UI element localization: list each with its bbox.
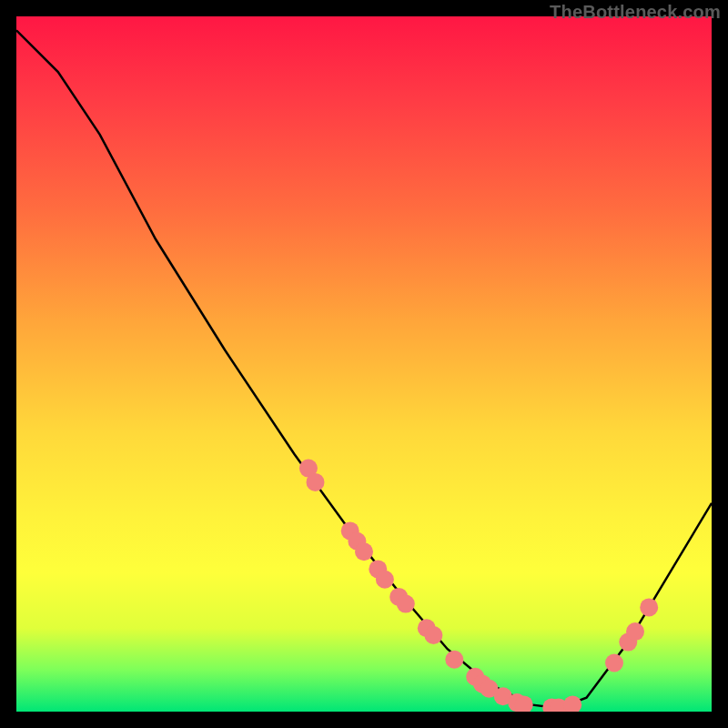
data-marker xyxy=(376,571,394,589)
data-marker xyxy=(424,626,442,644)
watermark-text: TheBottleneck.com xyxy=(550,2,721,23)
bottleneck-curve xyxy=(16,30,712,708)
data-marker xyxy=(397,595,415,613)
data-marker xyxy=(640,598,658,616)
data-marker xyxy=(605,654,623,672)
curve-plot xyxy=(16,16,712,712)
data-marker xyxy=(445,651,463,669)
data-marker xyxy=(307,473,325,491)
data-marker xyxy=(563,695,581,712)
chart-area xyxy=(16,16,712,712)
data-marker xyxy=(355,542,373,561)
data-marker xyxy=(626,622,644,641)
